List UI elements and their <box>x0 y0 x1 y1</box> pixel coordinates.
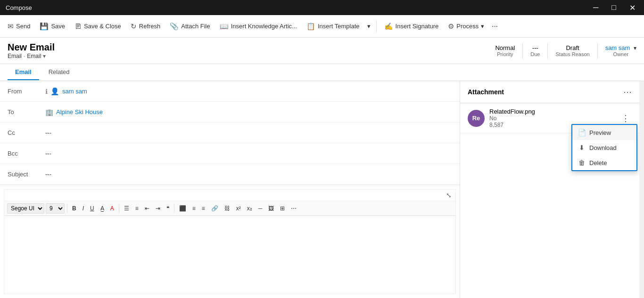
owner-chevron-icon[interactable]: ▾ <box>634 45 636 51</box>
main-content: From ℹ 👤 sam sam To 🏢 Alpine Ski House C… <box>0 81 644 298</box>
send-button[interactable]: ✉ Send <box>4 19 34 33</box>
bcc-row: Bcc --- <box>0 143 460 164</box>
context-menu: 📄 Preview ⬇ Download 🗑 Delete <box>571 124 637 171</box>
attach-icon: 📎 <box>170 22 179 31</box>
more-button[interactable]: ⋯ <box>490 20 500 33</box>
breadcrumb-email1: Email <box>8 53 22 59</box>
process-button[interactable]: ⚙ Process ▾ <box>444 19 488 33</box>
to-recipient[interactable]: Alpine Ski House <box>56 108 103 116</box>
highlight-button[interactable]: A̲ <box>98 204 107 213</box>
process-chevron-icon: ▾ <box>481 23 484 30</box>
due-label: Due <box>530 51 540 57</box>
refresh-icon: ↻ <box>131 22 137 31</box>
align-right-button[interactable]: ≡ <box>199 204 207 213</box>
align-left-button[interactable]: ⬛ <box>177 204 189 213</box>
preview-icon: 📄 <box>578 129 586 136</box>
email-form: From ℹ 👤 sam sam To 🏢 Alpine Ski House C… <box>0 81 460 298</box>
outdent-button[interactable]: ⇤ <box>142 204 152 213</box>
insert-signature-button[interactable]: ✍ Insert Signature <box>380 19 443 33</box>
owner-value[interactable]: sam sam <box>605 44 630 51</box>
process-icon: ⚙ <box>448 22 454 31</box>
send-icon: ✉ <box>8 22 14 31</box>
from-label: From <box>8 88 45 95</box>
font-color-button[interactable]: A <box>108 204 116 213</box>
tabs-bar: Email Related <box>0 64 644 81</box>
restore-button[interactable]: □ <box>609 2 619 13</box>
email-editor[interactable]: ⤡ Segoe UI 9 B I U A̲ A ☰ ≡ ⇤ ⇥ <box>4 189 456 294</box>
status-block: Draft Status Reason <box>555 44 589 57</box>
save-button[interactable]: 💾 Save <box>36 19 69 33</box>
attachment-item: Re RelatedFlow.png No 8,587 ⋮ 📄 Preview … <box>460 103 639 133</box>
bcc-value[interactable]: --- <box>45 150 51 157</box>
cc-row: Cc --- <box>0 123 460 143</box>
tab-email[interactable]: Email <box>8 65 39 80</box>
italic-button[interactable]: I <box>80 204 86 213</box>
due-value: --- <box>530 44 540 51</box>
link-button[interactable]: 🔗 <box>209 204 221 213</box>
form-fields: From ℹ 👤 sam sam To 🏢 Alpine Ski House C… <box>0 81 460 185</box>
editor-divider-1 <box>67 204 67 213</box>
numbering-button[interactable]: ≡ <box>133 204 141 213</box>
editor-body[interactable] <box>4 216 455 244</box>
meta-divider-1 <box>522 43 523 58</box>
panel-header: Attachment ⋯ <box>460 81 639 103</box>
unlink-button[interactable]: ⛓ <box>222 204 232 213</box>
quote-button[interactable]: ❝ <box>164 204 172 213</box>
subject-row: Subject --- <box>0 164 460 185</box>
editor-toolbar: Segoe UI 9 B I U A̲ A ☰ ≡ ⇤ ⇥ ❝ ⬛ ≡ <box>4 201 455 216</box>
image-button[interactable]: 🖼 <box>266 204 276 213</box>
minimize-button[interactable]: ─ <box>590 2 601 13</box>
attachment-kebab-button[interactable]: ⋮ <box>619 112 632 124</box>
attachment-meta-no: No <box>489 115 615 122</box>
strike-button[interactable]: ─ <box>256 204 265 213</box>
toolbar: ✉ Send 💾 Save 🖹 Save & Close ↻ Refresh 📎… <box>0 15 644 38</box>
insert-template-button[interactable]: 📋 Insert Template <box>303 19 363 33</box>
priority-label: Priority <box>495 51 515 57</box>
attachment-panel: Attachment ⋯ Re RelatedFlow.png No 8,587… <box>460 81 639 298</box>
panel-more-button[interactable]: ⋯ <box>623 87 632 97</box>
context-menu-download[interactable]: ⬇ Download <box>572 140 636 155</box>
tab-related[interactable]: Related <box>41 65 77 80</box>
cc-value[interactable]: --- <box>45 129 51 136</box>
info-icon: ℹ <box>45 88 48 95</box>
header-left: New Email Email · Email ▾ <box>8 42 55 59</box>
subscript-button[interactable]: x₂ <box>245 204 255 213</box>
context-menu-preview[interactable]: 📄 Preview <box>572 125 636 140</box>
from-row: From ℹ 👤 sam sam <box>0 81 460 102</box>
more-format-button[interactable]: ⋯ <box>289 204 299 213</box>
bullets-button[interactable]: ☰ <box>122 204 132 213</box>
header-area: New Email Email · Email ▾ Normal Priorit… <box>0 38 644 64</box>
superscript-button[interactable]: x² <box>234 204 243 213</box>
context-menu-delete[interactable]: 🗑 Delete <box>572 155 636 170</box>
subject-value[interactable]: --- <box>45 171 51 178</box>
align-center-button[interactable]: ≡ <box>190 204 198 213</box>
font-family-select[interactable]: Segoe UI <box>7 203 44 214</box>
user-icon: 👤 <box>50 87 59 96</box>
editor-divider-2 <box>119 204 119 213</box>
font-size-select[interactable]: 9 <box>46 203 65 214</box>
save-close-icon: 🖹 <box>74 22 82 30</box>
knowledge-icon: 📖 <box>220 22 229 31</box>
to-row: To 🏢 Alpine Ski House <box>0 102 460 123</box>
to-label: To <box>8 108 45 116</box>
table-button[interactable]: ⊞ <box>278 204 287 213</box>
cc-label: Cc <box>8 129 45 136</box>
attach-file-button[interactable]: 📎 Attach File <box>166 19 214 33</box>
meta-divider-2 <box>547 43 548 58</box>
toolbar-divider <box>376 21 377 32</box>
breadcrumb-chevron-icon[interactable]: ▾ <box>43 53 46 59</box>
insert-knowledge-button[interactable]: 📖 Insert Knowledge Artic... <box>216 19 301 33</box>
refresh-button[interactable]: ↻ Refresh <box>127 19 165 33</box>
bcc-label: Bcc <box>8 150 45 157</box>
template-dropdown-button[interactable]: ▾ <box>365 20 372 33</box>
expand-button[interactable]: ⤡ <box>446 191 452 199</box>
save-close-button[interactable]: 🖹 Save & Close <box>71 19 125 33</box>
close-button[interactable]: ✕ <box>627 2 638 13</box>
priority-value: Normal <box>495 44 515 51</box>
building-icon: 🏢 <box>45 108 53 116</box>
scrollbar[interactable] <box>639 81 644 298</box>
bold-button[interactable]: B <box>70 204 79 213</box>
indent-button[interactable]: ⇥ <box>153 204 163 213</box>
underline-button[interactable]: U <box>88 204 97 213</box>
from-value: ℹ 👤 sam sam <box>45 87 87 96</box>
